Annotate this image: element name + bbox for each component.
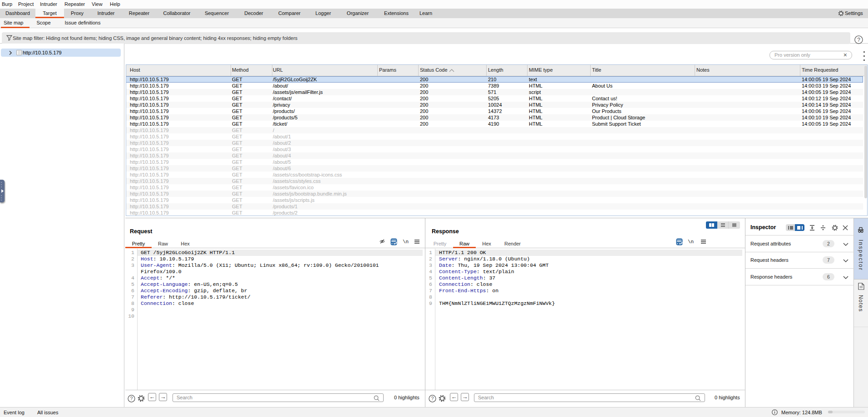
svg-text:?: ? — [857, 37, 860, 43]
svg-text:?: ? — [130, 396, 133, 401]
svg-text:?: ? — [431, 396, 434, 401]
